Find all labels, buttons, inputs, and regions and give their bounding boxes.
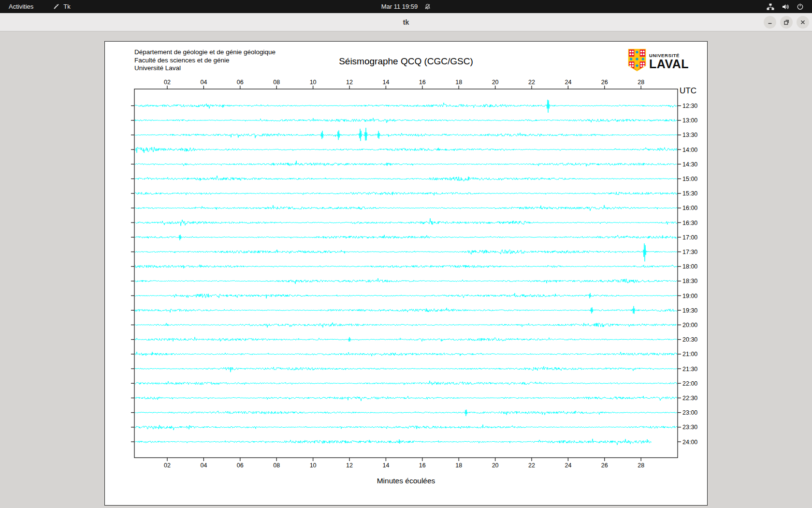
svg-text:10: 10 bbox=[310, 462, 317, 469]
tk-app-icon bbox=[53, 3, 60, 10]
svg-text:23:30: 23:30 bbox=[682, 424, 697, 431]
close-button[interactable] bbox=[797, 16, 809, 29]
svg-text:22:30: 22:30 bbox=[682, 395, 697, 402]
window-titlebar[interactable]: tk bbox=[0, 13, 812, 31]
svg-text:20: 20 bbox=[492, 79, 499, 86]
svg-text:04: 04 bbox=[200, 462, 207, 469]
svg-text:16: 16 bbox=[419, 462, 426, 469]
seismograph-svg: 0202040406060808101012121414161618182020… bbox=[105, 42, 707, 505]
svg-text:08: 08 bbox=[273, 462, 280, 469]
volume-icon bbox=[782, 3, 789, 11]
svg-text:23:00: 23:00 bbox=[682, 409, 697, 416]
svg-text:18:00: 18:00 bbox=[682, 263, 697, 270]
svg-text:20: 20 bbox=[492, 462, 499, 469]
svg-text:18: 18 bbox=[455, 79, 462, 86]
svg-text:06: 06 bbox=[237, 462, 244, 469]
svg-text:22: 22 bbox=[528, 462, 535, 469]
svg-text:22:00: 22:00 bbox=[682, 380, 697, 387]
app-menu-label: Tk bbox=[63, 3, 70, 10]
svg-text:28: 28 bbox=[638, 79, 644, 86]
svg-text:20:30: 20:30 bbox=[682, 336, 697, 343]
svg-text:Minutes écoulées: Minutes écoulées bbox=[377, 477, 435, 485]
svg-text:28: 28 bbox=[638, 462, 644, 469]
svg-text:17:30: 17:30 bbox=[682, 249, 697, 255]
svg-text:12: 12 bbox=[346, 79, 353, 86]
minimize-button[interactable] bbox=[764, 16, 776, 29]
clock-menu[interactable]: Mar 11 19:59 bbox=[381, 0, 431, 13]
close-icon bbox=[799, 18, 807, 26]
restore-button[interactable] bbox=[780, 16, 793, 29]
svg-text:24: 24 bbox=[565, 79, 571, 86]
svg-text:16:30: 16:30 bbox=[682, 220, 697, 226]
svg-text:26: 26 bbox=[601, 462, 608, 469]
bell-slash-icon bbox=[424, 3, 431, 10]
svg-text:15:00: 15:00 bbox=[682, 176, 697, 182]
svg-text:12:30: 12:30 bbox=[682, 103, 697, 109]
svg-text:15:30: 15:30 bbox=[682, 190, 697, 197]
svg-text:18:30: 18:30 bbox=[682, 278, 697, 284]
app-menu-tk[interactable]: Tk bbox=[49, 0, 74, 13]
restore-icon bbox=[783, 18, 790, 26]
app-content: Département de géologie et de génie géol… bbox=[0, 31, 812, 508]
gnome-top-bar: Activities Tk Mar 11 19:59 bbox=[0, 0, 812, 13]
svg-text:24:00: 24:00 bbox=[682, 439, 697, 446]
svg-text:19:00: 19:00 bbox=[682, 293, 697, 299]
svg-text:17:00: 17:00 bbox=[682, 234, 697, 241]
svg-text:21:30: 21:30 bbox=[682, 366, 697, 373]
svg-text:04: 04 bbox=[200, 79, 207, 86]
svg-text:21:00: 21:00 bbox=[682, 351, 697, 358]
system-status-area[interactable] bbox=[767, 0, 812, 13]
svg-text:13:00: 13:00 bbox=[682, 117, 697, 124]
svg-text:14:30: 14:30 bbox=[682, 161, 697, 168]
svg-text:20:00: 20:00 bbox=[682, 322, 697, 329]
svg-text:14: 14 bbox=[382, 79, 389, 86]
activities-button[interactable]: Activities bbox=[0, 0, 42, 13]
window-controls bbox=[764, 13, 809, 31]
svg-text:16: 16 bbox=[419, 79, 426, 86]
svg-text:10: 10 bbox=[310, 79, 317, 86]
svg-text:16:00: 16:00 bbox=[682, 205, 697, 211]
svg-text:14: 14 bbox=[382, 462, 389, 469]
svg-text:12: 12 bbox=[346, 462, 353, 469]
svg-text:22: 22 bbox=[528, 79, 535, 86]
svg-text:19:30: 19:30 bbox=[682, 307, 697, 314]
svg-text:26: 26 bbox=[601, 79, 608, 86]
svg-text:14:00: 14:00 bbox=[682, 147, 697, 153]
svg-text:UTC: UTC bbox=[680, 86, 696, 95]
window-title: tk bbox=[0, 13, 812, 31]
svg-text:13:30: 13:30 bbox=[682, 132, 697, 138]
screen: Activities Tk Mar 11 19:59 bbox=[0, 0, 812, 508]
clock-label: Mar 11 19:59 bbox=[381, 3, 418, 10]
svg-text:02: 02 bbox=[164, 79, 171, 86]
network-icon bbox=[767, 3, 774, 11]
svg-text:02: 02 bbox=[164, 462, 171, 469]
svg-text:06: 06 bbox=[237, 79, 244, 86]
power-icon bbox=[797, 3, 804, 10]
minimize-icon bbox=[766, 18, 774, 26]
seismograph-panel: Département de géologie et de génie géol… bbox=[104, 41, 708, 506]
svg-text:18: 18 bbox=[455, 462, 462, 469]
svg-text:24: 24 bbox=[565, 462, 571, 469]
svg-text:08: 08 bbox=[273, 79, 280, 86]
